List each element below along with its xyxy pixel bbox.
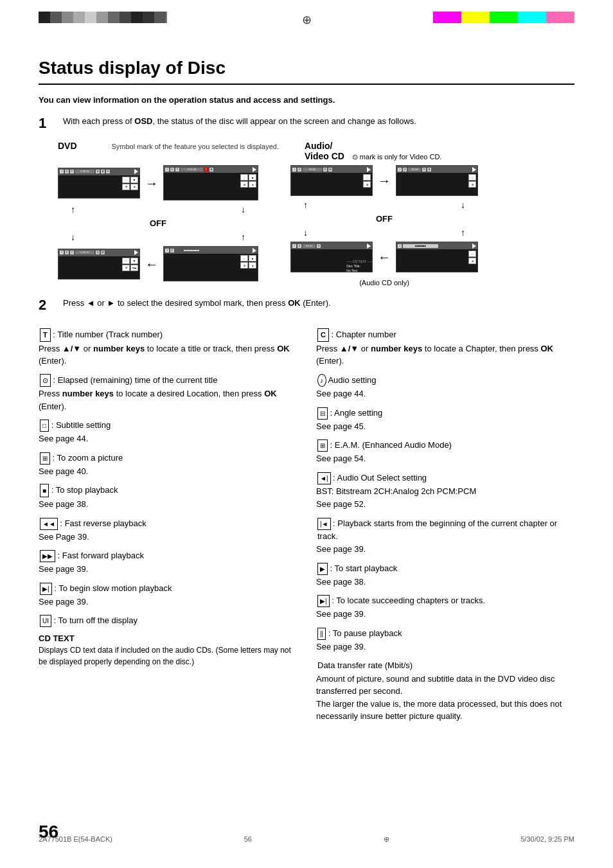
feature-C-text: C : Chapter number — [317, 328, 574, 342]
footer-right: 5/30/02, 9:25 PM — [520, 835, 574, 844]
feature-eam: ⊞ : E.A.M. (Enhanced Audio Mode) See pag… — [316, 439, 574, 465]
cd-text-desc: Displays CD text data if included on the… — [39, 644, 297, 668]
diagram-area: DVD Symbol mark of the feature you selec… — [58, 141, 574, 287]
arrow-right-1: → — [145, 177, 158, 190]
feature-fwd-text: ▶▶ : Fast forward playback — [40, 549, 297, 562]
feature-disp: UI : To turn off the display — [39, 614, 297, 627]
col-left: T : Title number (Track number) Press ▲/… — [39, 328, 297, 729]
feature-slow-text: ▶| : To begin slow motion playback — [40, 582, 297, 595]
feature-stop-text: ■ : To stop playback — [40, 484, 297, 497]
subtitle-icon: □ — [40, 420, 49, 432]
audio-screen-2: 1 2 -03:38 V A □ ⊞ — [396, 165, 478, 196]
audio-screen-3: 1 2 01:14 S ----- CD TEXT ----- Disc Tit… — [290, 242, 373, 272]
arrow-left-1: ← — [145, 258, 158, 270]
dvd-row-1: 1 C T 0:06:16 S A V □ ⊞ — [58, 165, 258, 200]
feature-zoom-text: ⊞ : To zoom a picture — [40, 452, 297, 465]
feature-play-sub: See page 38. — [316, 576, 574, 589]
dvd-screen-4: 1 C ■■■■■■■■■■ □ ⊞ ■ ◄ — [163, 246, 258, 281]
feature-aout-sub2: BST: Bitstream 2CH:Analog 2ch PCM:PCM — [316, 485, 574, 498]
feature-eam-sub: See page 54. — [316, 452, 574, 465]
feature-rev-text: ◄◄ : Fast reverse playback — [40, 517, 297, 530]
audio-row-2: 1 2 01:14 S ----- CD TEXT ----- Disc Tit… — [290, 242, 478, 272]
fwd-icon: ▶▶ — [40, 550, 55, 562]
audio-icon: ♪ — [317, 374, 326, 387]
stop-icon: ■ — [40, 484, 49, 497]
section-headers: DVD Symbol mark of the feature you selec… — [58, 141, 574, 161]
clock-icon: ⊙ — [40, 374, 51, 387]
feature-C-sub: Press ▲/▼ or number keys to locate a Cha… — [316, 342, 574, 368]
dvd-arrows-col-2: ↓ ↑ — [58, 232, 258, 242]
audio-label: Audio/ — [305, 141, 333, 151]
audio-arrows-1: ↑ ↓ — [290, 200, 478, 210]
crosshair-icon: ⊕ — [302, 13, 312, 27]
mark-note: ⊙ mark is only for Video CD. — [352, 153, 442, 161]
step-2-text: Press ◄ or ► to select the desired symbo… — [63, 297, 331, 310]
feature-play-text: ▶ : To start playback — [317, 562, 574, 575]
feature-audio: ♪ Audio setting See page 44. — [316, 374, 574, 400]
video-cd-label: Video CD — [305, 151, 344, 161]
up-arrow-audio-2: ↑ — [461, 227, 465, 238]
feature-playback-sub: See page 39. — [316, 543, 574, 556]
feature-slow-sub: See page 39. — [39, 596, 297, 608]
feature-aout: ◄| : Audio Out Select setting BST: Bitst… — [316, 472, 574, 511]
step-1-text: With each press of OSD, the status of th… — [63, 115, 416, 128]
step-1: 1 With each press of OSD, the status of … — [39, 115, 574, 132]
step-2: 2 Press ◄ or ► to select the desired sym… — [39, 297, 574, 319]
crosshair-footer: ⊕ — [384, 835, 389, 844]
feature-stop: ■ : To stop playback See page 38. — [39, 484, 297, 511]
audio-row-1: 1 2 00:30 S M □ ⊞ — [290, 165, 478, 196]
feature-audio-sub: See page 44. — [316, 387, 574, 400]
feature-aout-sub: See page 52. — [316, 498, 574, 511]
feature-next-text: ▶| : To locate succeeding chapters or tr… — [317, 594, 574, 607]
ok-key: OK — [288, 298, 301, 308]
angle-icon: ⊟ — [317, 407, 328, 420]
dvd-screen-3: 1 C T 0:06:16 S M □ ⊞ — [58, 249, 140, 279]
feature-play: ▶ : To start playback See page 38. — [316, 562, 574, 589]
page-title: Status display of Disc — [39, 58, 574, 85]
feature-angle-text: ⊟ : Angle setting — [317, 407, 574, 420]
feature-playback: |◄ : Playback starts from the beginning … — [316, 517, 574, 556]
footer: 2A77501B E(54-BACK) 56 ⊕ 5/30/02, 9:25 P… — [0, 835, 613, 844]
up-arrow-right-2: ↑ — [241, 232, 245, 242]
flow-diagrams: 1 C T 0:06:16 S A V □ ⊞ — [58, 165, 574, 287]
up-arrow-left: ↑ — [71, 204, 75, 215]
pause-icon: || — [317, 628, 326, 640]
feature-T-sub: Press ▲/▼ or number keys to locate a tit… — [39, 342, 297, 368]
feature-angle-sub: See page 45. — [316, 420, 574, 433]
audio-screen-1: 1 2 00:30 S M □ ⊞ — [290, 165, 373, 196]
data-transfer-title: Data transfer rate (Mbit/s) — [317, 659, 574, 672]
zoom-icon: ⊞ — [40, 452, 50, 465]
dvd-arrows-col: ↑ ↓ — [58, 204, 258, 215]
feature-eam-text: ⊞ : E.A.M. (Enhanced Audio Mode) — [317, 439, 574, 452]
dvd-row-2: 1 C T 0:06:16 S M □ ⊞ — [58, 246, 258, 281]
feature-T: T : Title number (Track number) Press ▲/… — [39, 328, 297, 368]
data-transfer-section: Data transfer rate (Mbit/s) Amount of pi… — [316, 659, 574, 723]
audio-screen-4: 1 ■■■■■■■ □ ⊞ — [396, 242, 478, 272]
down-arrow-audio-1: ↓ — [461, 200, 465, 210]
step-1-number: 1 — [39, 115, 58, 132]
intro-text: You can view information on the operatio… — [39, 95, 574, 105]
feature-zoom: ⊞ : To zoom a picture See page 40. — [39, 452, 297, 478]
arrow-right-audio: → — [378, 174, 391, 187]
next-icon: ▶| — [317, 595, 330, 607]
step-2-number: 2 — [39, 297, 58, 314]
feature-subtitle: □ : Subtitle setting See page 44. — [39, 419, 297, 445]
feature-rev: ◄◄ : Fast reverse playback See Page 39. — [39, 517, 297, 544]
feature-slow: ▶| : To begin slow motion playback See p… — [39, 582, 297, 608]
down-arrow-audio-2: ↓ — [303, 227, 308, 238]
dvd-screen-2: 1 C T 0:21:28 T A □ ⊞ — [163, 165, 258, 200]
footer-center: 56 — [244, 835, 252, 844]
feature-disp-text: UI : To turn off the display — [40, 614, 297, 627]
slow-icon: ▶| — [40, 583, 52, 595]
audio-off-label: OFF — [376, 214, 393, 224]
col-right: C : Chapter number Press ▲/▼ or number k… — [316, 328, 574, 729]
feature-pause-text: || : To pause playback — [317, 627, 574, 640]
feature-next: ▶| : To locate succeeding chapters or tr… — [316, 594, 574, 621]
disp-icon: UI — [40, 615, 51, 627]
page-container: ⊕ Status display of Disc You can view in… — [0, 0, 613, 868]
dvd-off-label: OFF — [150, 218, 166, 228]
feature-rev-sub: See Page 39. — [39, 531, 297, 544]
feature-subtitle-sub: See page 44. — [39, 432, 297, 445]
feature-stop-sub: See page 38. — [39, 498, 297, 511]
feature-fwd-sub: See page 39. — [39, 563, 297, 576]
